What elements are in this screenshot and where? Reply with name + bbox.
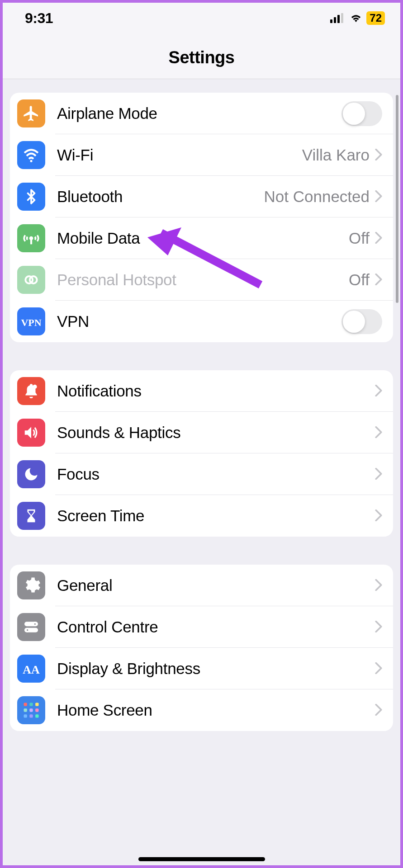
svg-point-14 — [26, 628, 29, 632]
cellular-icon — [330, 13, 346, 23]
battery-indicator: 72 — [366, 11, 385, 25]
settings-row-vpn[interactable]: VPNVPN — [10, 301, 393, 342]
navigation-bar: Settings — [0, 36, 403, 79]
wifi-icon — [17, 141, 45, 169]
svg-rect-18 — [35, 703, 38, 706]
grid-icon — [17, 696, 45, 724]
settings-group: GeneralControl CentreAADisplay & Brightn… — [10, 565, 393, 731]
row-label: Sounds & Haptics — [57, 424, 375, 442]
switches-icon — [17, 613, 45, 641]
aa-icon: AA — [17, 655, 45, 683]
row-value: Not Connected — [264, 188, 370, 206]
svg-point-10 — [33, 385, 37, 389]
settings-row-wi-fi[interactable]: Wi-FiVilla Karo — [10, 134, 393, 176]
row-label: Notifications — [57, 382, 375, 400]
settings-row-personal-hotspot[interactable]: Personal HotspotOff — [10, 259, 393, 301]
airplane-icon — [17, 99, 45, 127]
chevron-right-icon — [375, 146, 382, 165]
settings-row-screen-time[interactable]: Screen Time — [10, 495, 393, 537]
chevron-right-icon — [375, 423, 382, 442]
svg-rect-2 — [337, 15, 340, 23]
chevron-right-icon — [375, 576, 382, 595]
svg-rect-20 — [29, 708, 33, 712]
row-label: Mobile Data — [57, 229, 349, 247]
row-value: Off — [349, 271, 370, 289]
status-time: 9:31 — [25, 10, 53, 27]
wifi-status-icon — [349, 13, 363, 23]
row-value: Off — [349, 229, 370, 247]
row-label: Control Centre — [57, 618, 375, 636]
hotspot-icon — [17, 266, 45, 294]
moon-icon — [17, 460, 45, 488]
page-title: Settings — [169, 48, 235, 67]
settings-row-general[interactable]: General — [10, 565, 393, 606]
svg-rect-16 — [24, 703, 27, 706]
gear-icon — [17, 571, 45, 599]
row-label: VPN — [57, 312, 341, 330]
settings-row-mobile-data[interactable]: Mobile DataOff — [10, 217, 393, 259]
hourglass-icon — [17, 502, 45, 530]
scrollbar[interactable] — [396, 95, 398, 303]
chevron-right-icon — [375, 506, 382, 525]
status-indicators: 72 — [330, 11, 385, 25]
settings-group: NotificationsSounds & HapticsFocusScreen… — [10, 370, 393, 537]
svg-rect-0 — [330, 19, 332, 23]
row-label: General — [57, 576, 375, 594]
chevron-right-icon — [375, 659, 382, 678]
svg-point-12 — [33, 623, 37, 626]
row-label: Personal Hotspot — [57, 271, 349, 289]
toggle-switch[interactable] — [341, 101, 382, 126]
settings-row-sounds-haptics[interactable]: Sounds & Haptics — [10, 412, 393, 453]
svg-text:AA: AA — [23, 663, 40, 676]
row-label: Home Screen — [57, 701, 375, 719]
row-label: Bluetooth — [57, 188, 264, 206]
row-value: Villa Karo — [302, 146, 370, 164]
svg-rect-17 — [29, 703, 33, 706]
settings-content[interactable]: Airplane ModeWi-FiVilla KaroBluetoothNot… — [0, 79, 403, 868]
svg-rect-24 — [35, 714, 38, 717]
toggle-switch[interactable] — [341, 309, 382, 334]
row-label: Display & Brightness — [57, 660, 375, 678]
chevron-right-icon — [375, 229, 382, 248]
settings-row-airplane-mode[interactable]: Airplane Mode — [10, 93, 393, 134]
settings-group: Airplane ModeWi-FiVilla KaroBluetoothNot… — [10, 93, 393, 342]
vpn-icon: VPN — [17, 307, 45, 335]
status-bar: 9:31 72 — [0, 0, 403, 36]
settings-row-control-centre[interactable]: Control Centre — [10, 606, 393, 648]
svg-point-4 — [30, 160, 33, 162]
toggle-knob — [343, 103, 365, 125]
settings-row-notifications[interactable]: Notifications — [10, 370, 393, 412]
chevron-right-icon — [375, 187, 382, 206]
speaker-icon — [17, 419, 45, 447]
settings-row-home-screen[interactable]: Home Screen — [10, 689, 393, 731]
home-indicator[interactable] — [138, 857, 265, 861]
row-label: Screen Time — [57, 507, 375, 525]
antenna-icon — [17, 224, 45, 252]
row-label: Wi-Fi — [57, 146, 302, 164]
bell-icon — [17, 377, 45, 405]
svg-rect-21 — [35, 708, 38, 712]
svg-rect-22 — [24, 714, 27, 717]
toggle-knob — [343, 311, 365, 333]
chevron-right-icon — [375, 618, 382, 637]
row-label: Focus — [57, 465, 375, 483]
chevron-right-icon — [375, 270, 382, 289]
svg-text:VPN: VPN — [21, 317, 41, 328]
settings-row-display-brightness[interactable]: AADisplay & Brightness — [10, 648, 393, 689]
bluetooth-icon — [17, 183, 45, 211]
svg-rect-3 — [341, 13, 343, 23]
settings-row-bluetooth[interactable]: BluetoothNot Connected — [10, 176, 393, 217]
row-label: Airplane Mode — [57, 104, 341, 123]
chevron-right-icon — [375, 382, 382, 401]
chevron-right-icon — [375, 701, 382, 720]
svg-rect-19 — [24, 708, 27, 712]
svg-rect-1 — [334, 17, 336, 23]
chevron-right-icon — [375, 465, 382, 484]
settings-row-focus[interactable]: Focus — [10, 453, 393, 495]
svg-rect-23 — [29, 714, 33, 717]
